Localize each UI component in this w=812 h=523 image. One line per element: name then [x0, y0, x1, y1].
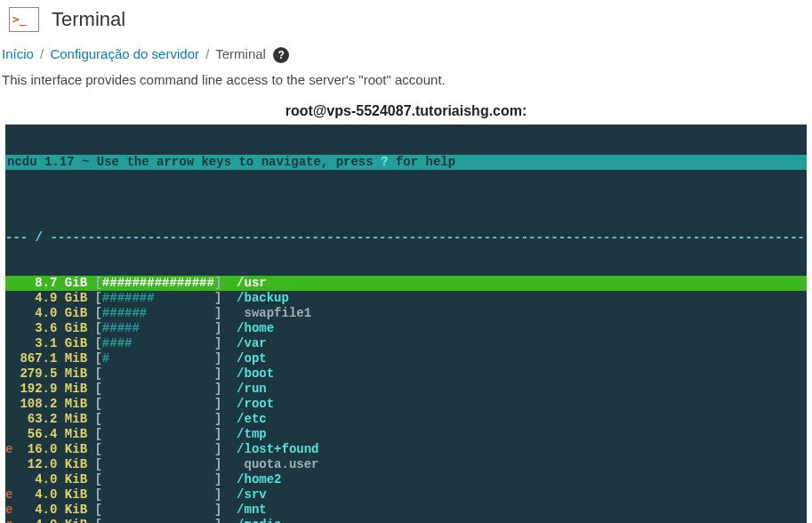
row-bar-close: ]	[214, 336, 221, 350]
ncdu-row[interactable]: 4.9 GiB [####### ] /backup	[5, 291, 807, 306]
row-name: /home2	[237, 472, 281, 487]
row-unit: GiB	[65, 276, 87, 290]
row-mark	[5, 366, 12, 382]
row-bar-close: ]	[214, 503, 221, 517]
row-bar: #######	[102, 291, 214, 305]
breadcrumb-current: Terminal	[215, 46, 266, 61]
row-bar: ####	[102, 336, 214, 350]
row-mark: e	[5, 518, 12, 523]
row-bar-close: ]	[214, 366, 221, 381]
row-mark	[5, 276, 12, 291]
row-unit: KiB	[65, 487, 87, 502]
row-name: /backup	[237, 291, 289, 305]
terminal-icon: >_	[9, 7, 39, 32]
row-unit: MiB	[65, 397, 87, 411]
row-mark	[5, 427, 12, 442]
row-name: /var	[237, 336, 267, 350]
row-size: 279.5	[12, 366, 57, 381]
row-bar	[102, 472, 214, 487]
row-bar-open: [	[94, 276, 101, 290]
row-bar	[102, 397, 214, 411]
ncdu-row[interactable]: 192.9 MiB [ ] /run	[5, 382, 807, 397]
row-name: /opt	[237, 351, 267, 366]
row-mark	[5, 457, 12, 472]
row-unit: KiB	[65, 503, 87, 517]
ncdu-row[interactable]: e 4.0 KiB [ ] /media	[5, 518, 807, 523]
row-unit: MiB	[65, 412, 87, 426]
row-size: 867.1	[12, 351, 57, 366]
row-size: 108.2	[12, 397, 57, 411]
row-unit: MiB	[65, 427, 87, 441]
ncdu-row[interactable]: e 4.0 KiB [ ] /mnt	[5, 503, 807, 518]
row-bar-close: ]	[214, 276, 221, 290]
help-icon[interactable]: ?	[273, 47, 289, 63]
row-unit: GiB	[65, 336, 87, 350]
ncdu-row[interactable]: 8.7 GiB [###############] /usr	[5, 276, 807, 291]
ncdu-row[interactable]: 279.5 MiB [ ] /boot	[5, 366, 807, 382]
ncdu-row[interactable]: 108.2 MiB [ ] /root	[5, 397, 807, 412]
row-bar-close: ]	[214, 442, 221, 456]
row-mark	[5, 306, 12, 321]
row-size: 8.7	[12, 276, 57, 290]
row-mark	[5, 291, 12, 306]
row-bar	[102, 518, 214, 523]
row-bar-close: ]	[214, 472, 221, 487]
row-bar-open: [	[94, 427, 101, 441]
ncdu-row[interactable]: e 16.0 KiB [ ] /lost+found	[5, 442, 807, 457]
row-bar-open: [	[94, 472, 101, 487]
row-bar-close: ]	[214, 382, 221, 396]
row-bar-open: [	[94, 321, 101, 335]
ncdu-row[interactable]: 12.0 KiB [ ] quota.user	[5, 457, 807, 472]
ncdu-row[interactable]: 63.2 MiB [ ] /etc	[5, 412, 807, 427]
ncdu-row[interactable]: 867.1 MiB [# ] /opt	[5, 351, 807, 366]
row-size: 4.9	[12, 291, 57, 305]
row-bar-close: ]	[214, 321, 221, 335]
row-size: 63.2	[12, 412, 57, 426]
row-bar-open: [	[94, 442, 101, 456]
ncdu-hint-right: for help	[388, 155, 455, 169]
row-bar-open: [	[94, 503, 101, 517]
breadcrumb-home[interactable]: Início	[2, 46, 34, 61]
row-bar-close: ]	[214, 291, 221, 305]
row-mark	[5, 321, 12, 336]
row-unit: GiB	[65, 321, 87, 335]
row-bar	[102, 366, 214, 381]
ncdu-path-line: --- / ----------------------------------…	[5, 230, 807, 245]
row-bar	[102, 427, 214, 441]
row-mark	[5, 382, 12, 397]
row-name: /lost+found	[237, 442, 318, 456]
row-bar-close: ]	[214, 412, 221, 426]
breadcrumb-sep: /	[205, 46, 209, 61]
row-unit: KiB	[65, 442, 87, 456]
ncdu-row[interactable]: e 4.0 KiB [ ] /srv	[5, 487, 807, 503]
row-bar-close: ]	[214, 487, 221, 502]
row-name: /media	[237, 518, 281, 523]
ncdu-row[interactable]: 4.0 GiB [###### ] swapfile1	[5, 306, 807, 321]
row-name: quota.user	[237, 457, 318, 471]
row-name: /usr	[237, 276, 267, 290]
row-mark: e	[5, 503, 12, 518]
row-size: 4.0	[12, 306, 57, 320]
row-name: /run	[237, 382, 267, 396]
ncdu-topbar: ncdu 1.17 ~ Use the arrow keys to naviga…	[5, 155, 807, 170]
row-name: /etc	[237, 412, 267, 426]
row-size: 3.6	[12, 321, 57, 335]
ncdu-hint-left: ncdu 1.17 ~ Use the arrow keys to naviga…	[7, 155, 381, 169]
row-mark	[5, 397, 12, 412]
row-name: swapfile1	[237, 306, 311, 320]
row-bar	[102, 412, 214, 426]
page-header: >_ Terminal	[0, 0, 812, 43]
row-size: 4.0	[12, 472, 57, 487]
row-bar	[102, 503, 214, 517]
row-size: 4.0	[12, 487, 57, 502]
row-unit: KiB	[65, 472, 87, 487]
terminal[interactable]: ncdu 1.17 ~ Use the arrow keys to naviga…	[5, 125, 807, 523]
row-bar-open: [	[94, 382, 101, 396]
ncdu-row[interactable]: 4.0 KiB [ ] /home2	[5, 472, 807, 487]
ncdu-row[interactable]: 56.4 MiB [ ] /tmp	[5, 427, 807, 442]
ncdu-row[interactable]: 3.1 GiB [#### ] /var	[5, 336, 807, 351]
breadcrumb-server-config[interactable]: Configuração do servidor	[50, 46, 199, 61]
row-bar-open: [	[94, 351, 101, 366]
ncdu-row[interactable]: 3.6 GiB [##### ] /home	[5, 321, 807, 336]
row-name: /mnt	[237, 503, 267, 517]
